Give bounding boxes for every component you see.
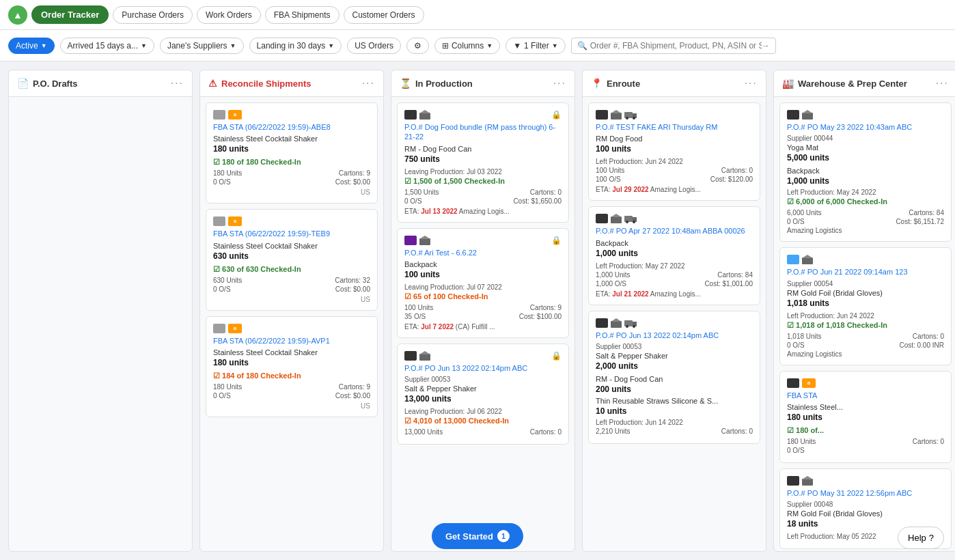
card-product: Stainless Steel Cocktail Shaker: [213, 135, 370, 143]
work-orders-tab[interactable]: Work Orders: [197, 6, 261, 24]
region-label: US Orders: [355, 41, 393, 51]
home-button[interactable]: ▲: [8, 5, 27, 25]
order-tracker-tab[interactable]: Order Tracker: [31, 5, 109, 24]
card-product3: Thin Reusable Straws Silicone & S...: [596, 397, 753, 405]
card-row-1: 2,210 Units Cartons: 0: [596, 428, 753, 435]
os-left: 35 O/S: [404, 313, 426, 320]
gear-btn[interactable]: ⚙: [406, 38, 429, 54]
get-started-button[interactable]: Get Started 1: [432, 523, 523, 549]
card-row-1: 180 Units Cartons: 9: [213, 169, 370, 177]
columns-btn[interactable]: ⊞ Columns ▼: [434, 38, 500, 54]
enroute-title: Enroute: [607, 79, 640, 89]
in-production-body: 🔒 P.O.# Dog Food bundle (RM pass through…: [391, 97, 575, 551]
card-eta: ETA: Jul 7 2022 (CA) Fulfill ...: [404, 323, 562, 331]
card-inprod-3[interactable]: 🔒 P.O.# PO Jun 13 2022 02:14pm ABC Suppl…: [397, 344, 569, 445]
warehouse-menu[interactable]: ···: [936, 77, 949, 89]
arrived-filter-btn[interactable]: Arrived 15 days a... ▼: [60, 38, 154, 54]
svg-rect-2: [419, 238, 430, 245]
card-product: Stainless Steel Cocktail Shaker: [213, 348, 370, 356]
card-warehouse-2[interactable]: P.O.# PO Jun 21 2022 09:14am 123 Supplie…: [779, 247, 952, 365]
card-row-1: 6,000 Units Cartons: 84: [787, 209, 944, 216]
help-button[interactable]: Help ?: [898, 527, 944, 549]
help-label: Help: [908, 533, 926, 543]
po-drafts-body: [9, 97, 192, 551]
purchase-orders-tab[interactable]: Purchase Orders: [113, 6, 193, 24]
card-checked: ☑ 180 of...: [787, 426, 944, 435]
card-product: Salt & Pepper Shaker: [596, 352, 753, 360]
units-left: 180 Units: [213, 383, 242, 391]
card-inprod-1[interactable]: 🔒 P.O.# Dog Food bundle (RM pass through…: [397, 102, 569, 223]
landing-filter-btn[interactable]: Landing in 30 days ▼: [249, 38, 342, 54]
fba-shipments-tab[interactable]: FBA Shipments: [265, 6, 340, 24]
tag-icon: [787, 255, 799, 264]
card-title: P.O.# Dog Food bundle (RM pass through) …: [404, 122, 562, 142]
card-row-1: 1,000 Units Cartons: 84: [596, 271, 753, 279]
card-reconcile-1[interactable]: a FBA STA (06/22/2022 19:59)-ABE8 Stainl…: [206, 102, 378, 204]
units-left: 1,018 Units: [787, 333, 822, 340]
card-warehouse-1[interactable]: P.O.# PO May 23 2022 10:43am ABC Supplie…: [779, 102, 952, 242]
enroute-menu[interactable]: ···: [745, 77, 758, 89]
card-checked: ☑ 6,000 of 6,000 Checked-In: [787, 197, 944, 206]
po-drafts-icon: 📄: [17, 78, 29, 89]
active-filter-btn[interactable]: Active ▼: [8, 38, 55, 54]
card-leaving: Left Production: Jun 14 2022: [596, 419, 753, 426]
region-filter-btn[interactable]: US Orders: [347, 38, 401, 54]
card-product: RM Gold Foil (Bridal Gloves): [787, 509, 944, 518]
get-started-badge: 1: [497, 530, 510, 542]
column-po-drafts: 📄 P.O. Drafts ···: [8, 70, 193, 552]
card-enroute-3[interactable]: P.O.# PO Jun 13 2022 02:14pm ABC Supplie…: [588, 311, 760, 444]
svg-marker-1: [419, 110, 430, 113]
card-logistics: Amazing Logistics: [787, 350, 944, 358]
card-footer: US: [213, 188, 370, 196]
card-warehouse-3[interactable]: a FBA STA Stainless Steel... 180 units ☑…: [779, 371, 952, 463]
card-units: 5,000 units: [787, 153, 944, 163]
card-inprod-2[interactable]: 🔒 P.O.# Ari Test - 6.6.22 Backpack 100 u…: [397, 228, 569, 338]
card-subtitle: Supplier 00053: [404, 376, 562, 383]
card-product: RM Dog Food: [596, 135, 753, 143]
os-left: 0 O/S: [213, 285, 231, 293]
units-left: 180 Units: [213, 169, 242, 177]
card-units: 1,018 units: [787, 298, 944, 308]
customer-orders-tab[interactable]: Customer Orders: [344, 6, 424, 24]
card-title: P.O.# PO Jun 21 2022 09:14am 123: [787, 267, 944, 277]
tag-icon: [596, 110, 608, 120]
svg-rect-24: [802, 113, 813, 120]
os-left: 100 O/S: [596, 176, 621, 183]
card-leaving: Leaving Production: Jul 06 2022: [404, 408, 562, 415]
card-reconcile-3[interactable]: a FBA STA (06/22/2022 19:59)-AVP1 Stainl…: [206, 316, 378, 417]
card-row-2: 0 O/S Cost: $1,650.00: [404, 197, 562, 205]
card-product: Backpack: [404, 260, 562, 268]
svg-point-10: [626, 117, 628, 120]
warehouse-title: Warehouse & Prep Center: [798, 79, 907, 89]
svg-point-16: [626, 221, 628, 223]
units-left: 1,000 Units: [596, 271, 631, 279]
search-input[interactable]: [590, 41, 762, 51]
reconcile-warning-icon: ⚠: [208, 78, 217, 89]
card-units: 630 units: [213, 251, 370, 261]
card-units: 180 units: [213, 144, 370, 154]
card-checked: ☑ 65 of 100 Checked-In: [404, 292, 562, 301]
card-leaving: Left Production: May 27 2022: [596, 262, 753, 270]
filter-btn[interactable]: ▼ 1 Filter ▼: [506, 38, 566, 54]
card-row-1: 1,500 Units Cartons: 0: [404, 188, 562, 196]
card-reconcile-2[interactable]: a FBA STA (06/22/2022 19:59)-TEB9 Stainl…: [206, 209, 378, 310]
card-units: 180 units: [787, 412, 944, 422]
card-icons: 🔒: [404, 110, 562, 120]
column-header-warehouse: 🏭 Warehouse & Prep Center ···: [774, 70, 955, 97]
po-drafts-menu[interactable]: ···: [171, 77, 184, 89]
search-box[interactable]: 🔍 →: [571, 38, 776, 54]
svg-marker-13: [611, 214, 622, 217]
svg-marker-7: [611, 110, 622, 113]
units-left: 180 Units: [787, 438, 816, 445]
card-icons: [596, 214, 753, 223]
card-icons: [596, 318, 753, 328]
column-header-reconcile: ⚠ Reconcile Shipments ···: [200, 70, 383, 97]
reconcile-menu[interactable]: ···: [362, 77, 375, 89]
card-enroute-1[interactable]: P.O.# TEST FAKE ARI Thursday RM RM Dog F…: [588, 102, 760, 201]
in-production-menu[interactable]: ···: [553, 77, 566, 89]
card-row-2: 0 O/S: [787, 447, 944, 454]
card-enroute-2[interactable]: P.O.# PO Apr 27 2022 10:48am ABBA 00026 …: [588, 206, 760, 305]
supplier-filter-btn[interactable]: Jane's Suppliers ▼: [160, 38, 244, 54]
amazon-icon: a: [228, 110, 242, 120]
get-started-label: Get Started: [445, 531, 493, 542]
